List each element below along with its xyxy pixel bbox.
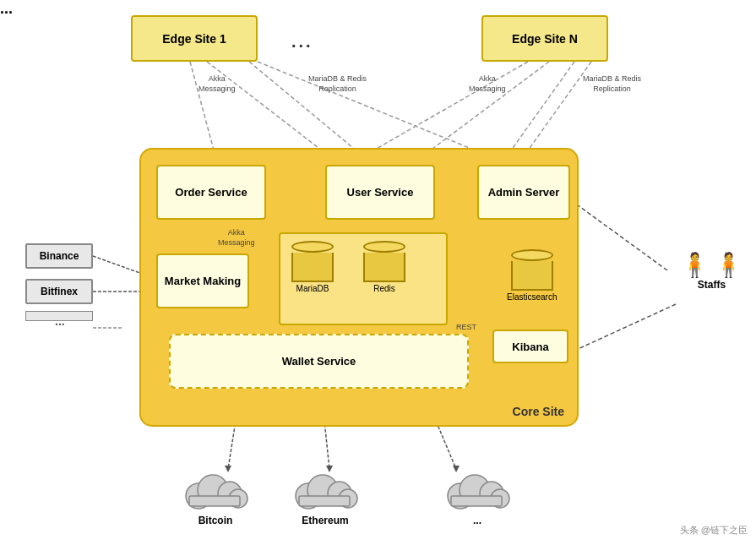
core-site-label: Core Site [513, 405, 564, 418]
mariadb-top [291, 241, 334, 253]
akka-annotation-2: AkkaMessaging [469, 74, 506, 94]
blockchain-dots: ... [0, 0, 756, 18]
svg-rect-47 [299, 496, 350, 506]
elasticsearch-cylinder: Elasticsearch [507, 249, 557, 302]
ethereum-cloud: Ethereum [287, 466, 363, 526]
edge-site-n: Edge Site N [481, 15, 608, 62]
user-service: User Service [325, 165, 435, 220]
bitfinex-label: Bitfinex [41, 286, 78, 297]
redis-top [363, 241, 405, 253]
wallet-service: Wallet Service [169, 334, 469, 389]
admin-server-label: Admin Server [488, 186, 560, 199]
bitcoin-label: Bitcoin [199, 515, 233, 526]
kibana-label: Kibana [512, 341, 548, 353]
binance-label: Binance [40, 250, 79, 262]
svg-rect-52 [451, 496, 502, 506]
user-service-label: User Service [347, 186, 414, 199]
binance-box: Binance [25, 243, 93, 269]
bitcoin-cloud: Bitcoin [177, 466, 253, 526]
svg-line-3 [258, 62, 490, 156]
order-service: Order Service [156, 165, 266, 220]
akka-annotation-3: AkkaMessaging [218, 228, 255, 248]
svg-line-33 [574, 304, 676, 351]
bitcoin-cloud-svg [177, 466, 253, 513]
external-dots-area: ... [25, 311, 93, 336]
mariadb-redis-annotation-2: MariaDB & RedisReplication [583, 74, 641, 94]
mariadb-cylinder: MariaDB [291, 241, 334, 293]
ethereum-label: Ethereum [302, 515, 348, 526]
market-making-label: Market Making [165, 275, 241, 287]
es-label: Elasticsearch [507, 292, 557, 302]
edge-site-1: Edge Site 1 [131, 15, 258, 62]
dots-label: ... [291, 32, 313, 51]
staffs-area: 🧍 🧍 Staffs [680, 253, 743, 291]
redis-cylinder: Redis [363, 241, 405, 293]
es-body [511, 261, 553, 291]
kibana: Kibana [492, 330, 568, 363]
extra-cloud-label: ... [473, 515, 481, 526]
es-top [511, 249, 553, 261]
ethereum-cloud-svg [287, 466, 363, 513]
staffs-label: Staffs [698, 279, 726, 291]
bitfinex-box: Bitfinex [25, 279, 93, 304]
svg-rect-42 [189, 496, 240, 506]
blockchain-dots-label: ... [0, 0, 13, 17]
edge-site-1-label: Edge Site 1 [162, 32, 226, 46]
diagram-container: Edge Site 1 ... Edge Site N AkkaMessagin… [0, 0, 756, 545]
redis-label: Redis [373, 284, 395, 293]
akka-annotation-1: AkkaMessaging [199, 74, 236, 94]
svg-line-7 [524, 62, 591, 156]
extra-cloud: ... [439, 466, 515, 526]
rest-annotation: REST [456, 323, 476, 333]
svg-line-31 [574, 203, 667, 270]
wallet-service-label: Wallet Service [282, 355, 356, 368]
edge-sites-dots: ... [291, 32, 313, 52]
market-making: Market Making [156, 253, 249, 308]
person-figure-2: 🧍 [714, 253, 743, 277]
admin-server: Admin Server [477, 165, 570, 220]
mariadb-body [291, 253, 334, 282]
redis-body [363, 253, 405, 282]
person-figure-1: 🧍 [680, 253, 710, 277]
extra-cloud-svg [439, 466, 515, 513]
order-service-label: Order Service [175, 186, 247, 199]
svg-line-6 [507, 62, 574, 156]
edge-site-n-label: Edge Site N [512, 32, 578, 46]
mariadb-label: MariaDB [296, 284, 329, 293]
mariadb-redis-annotation-1: MariaDB & RedisReplication [308, 74, 367, 94]
watermark: 头条 @链下之臣 [680, 524, 748, 537]
